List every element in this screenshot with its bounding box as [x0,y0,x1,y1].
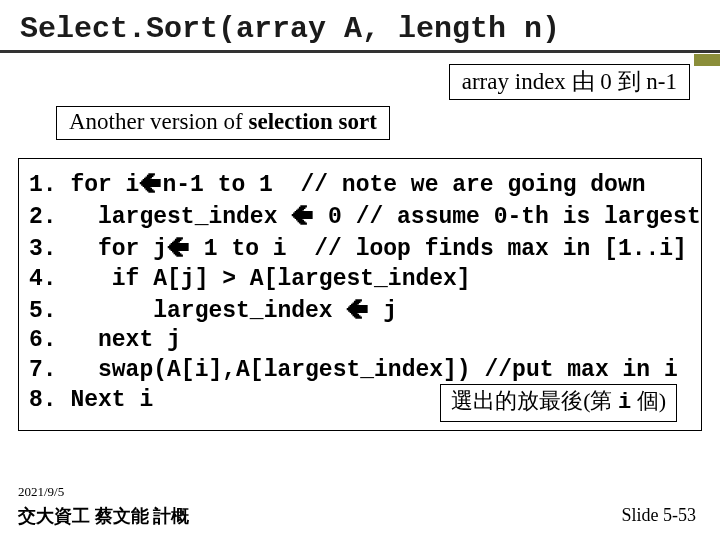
slide: Select.Sort(array A, length n) array ind… [0,0,720,540]
code-line-5: 5. largest_index 🡸 j [29,295,691,327]
footer-right: Slide 5-53 [622,505,697,526]
inner-note-pre: 選出的放最後(第 [451,388,618,413]
corner-accent [694,54,720,66]
slide-title: Select.Sort(array A, length n) [20,12,702,46]
index-note-box: array index 由 0 到 n-1 [449,64,690,100]
code-line-1: 1. for i🡸n-1 to 1 // note we are going d… [29,169,691,201]
code-text: 5. largest_index [29,298,346,324]
code-line-2: 2. largest_index 🡸 0 // assume 0-th is l… [29,201,691,233]
slide-date: 2021/9/5 [18,484,64,500]
code-text: 2. largest_index [29,204,291,230]
code-text: 3. for j [29,236,167,262]
inner-note-post: 個) [631,388,666,413]
title-underline [0,50,720,53]
code-line-6: 6. next j [29,326,691,356]
subtitle-bold: selection sort [249,109,377,134]
index-note-text: array index 由 0 到 n-1 [462,69,677,94]
code-box: 1. for i🡸n-1 to 1 // note we are going d… [18,158,702,431]
left-arrow-icon: 🡸 [291,202,314,228]
left-arrow-icon: 🡸 [167,234,190,260]
footer-left: 交大資工 蔡文能 計概 [18,504,189,528]
code-text: j [369,298,397,324]
code-text: 1 to i // loop finds max in [1..i] [190,236,687,262]
subtitle-box: Another version of selection sort [56,106,390,140]
left-arrow-icon: 🡸 [346,296,369,322]
code-line-3: 3. for j🡸 1 to i // loop finds max in [1… [29,233,691,265]
code-line-4: 4. if A[j] > A[largest_index] [29,265,691,295]
code-line-7: 7. swap(A[i],A[largest_index]) //put max… [29,356,691,386]
inner-note-mono: i [618,390,631,415]
code-text: 0 // assume 0-th is largest [314,204,700,230]
code-text: 1. for i [29,172,139,198]
left-arrow-icon: 🡸 [139,170,162,196]
code-text: n-1 to 1 // note we are going down [162,172,645,198]
subtitle-prefix: Another version of [69,109,249,134]
inner-note-box: 選出的放最後(第 i 個) [440,384,677,423]
